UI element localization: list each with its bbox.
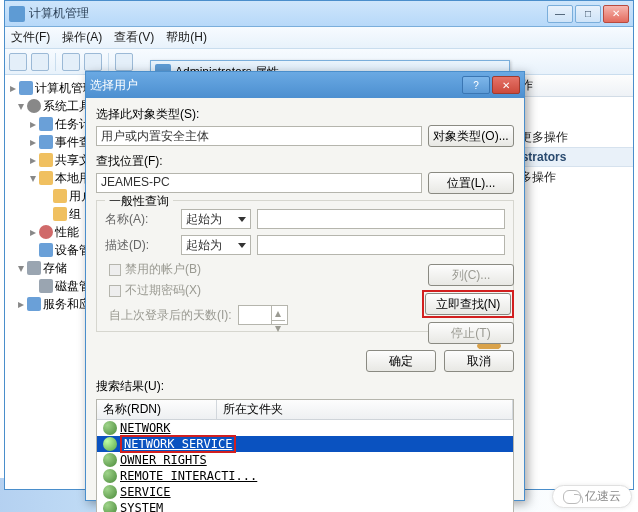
forward-icon[interactable] [31,53,49,71]
location-button[interactable]: 位置(L)... [428,172,514,194]
tree-groups[interactable]: 组 [69,206,81,223]
main-menubar[interactable]: 文件(F) 操作(A) 查看(V) 帮助(H) [5,27,633,49]
col-folder[interactable]: 所在文件夹 [217,400,513,419]
select-users-dialog: 选择用户 ? ✕ 选择此对象类型(S): 用户或内置安全主体 对象类型(O)..… [85,71,525,501]
cancel-button[interactable]: 取消 [444,350,514,372]
object-type-label: 选择此对象类型(S): [96,106,514,123]
help-icon[interactable] [115,53,133,71]
days-spinner: ▴▾ [238,305,288,325]
user-icon [103,421,117,435]
object-types-button[interactable]: 对象类型(O)... [428,125,514,147]
result-row[interactable]: OWNER RIGHTS [97,452,513,468]
app-icon [9,6,25,22]
watermark: 亿速云 [552,485,632,508]
maximize-button[interactable]: □ [575,5,601,23]
refresh-icon[interactable] [84,53,102,71]
common-queries-legend: 一般性查询 [105,193,173,210]
tree-storage[interactable]: 存储 [43,260,67,277]
search-results-list[interactable]: 名称(RDN) 所在文件夹 NETWORK NETWORK SERVICE OW… [96,399,514,512]
object-type-field: 用户或内置安全主体 [96,126,422,146]
user-icon [103,485,117,499]
days-since-logon-label: 自上次登录后的天数(I): [109,307,232,324]
find-now-button[interactable]: 立即查找(N) [425,293,511,315]
menu-action[interactable]: 操作(A) [62,29,102,46]
highlight-findnow: 立即查找(N) [422,290,514,318]
col-rdn[interactable]: 名称(RDN) [97,400,217,419]
main-title: 计算机管理 [29,5,89,22]
name-input[interactable] [257,209,505,229]
result-row[interactable]: SERVICE [97,484,513,500]
dialog-help-button[interactable]: ? [462,76,490,94]
ok-button[interactable]: 确定 [366,350,436,372]
location-field: JEAMES-PC [96,173,422,193]
result-row[interactable]: SYSTEM [97,500,513,512]
main-titlebar[interactable]: 计算机管理 — □ ✕ [5,1,633,27]
folder-icon[interactable] [62,53,80,71]
menu-help[interactable]: 帮助(H) [166,29,207,46]
menu-view[interactable]: 查看(V) [114,29,154,46]
search-results-label: 搜索结果(U): [86,376,524,397]
name-match-combo[interactable]: 起始为 [181,209,251,229]
back-icon[interactable] [9,53,27,71]
stop-button: 停止(T) [428,322,514,344]
select-users-titlebar[interactable]: 选择用户 ? ✕ [86,72,524,98]
dialog-close-button[interactable]: ✕ [492,76,520,94]
results-header[interactable]: 名称(RDN) 所在文件夹 [97,400,513,420]
result-row-selected[interactable]: NETWORK SERVICE [97,436,513,452]
tree-perf[interactable]: 性能 [55,224,79,241]
select-users-title: 选择用户 [90,77,138,94]
result-row[interactable]: NETWORK [97,420,513,436]
nonexpiring-pw-checkbox [109,285,121,297]
result-row[interactable]: REMOTE INTERACTI... [97,468,513,484]
user-icon [103,453,117,467]
tree-systools[interactable]: 系统工具 [43,98,91,115]
user-icon [103,469,117,483]
user-icon [103,501,117,512]
columns-button: 列(C)... [428,264,514,286]
desc-match-combo[interactable]: 起始为 [181,235,251,255]
desc-field-label: 描述(D): [105,237,175,254]
cloud-icon [563,490,581,504]
location-label: 查找位置(F): [96,153,514,170]
name-field-label: 名称(A): [105,211,175,228]
chevron-down-icon [238,243,246,248]
desc-input[interactable] [257,235,505,255]
chevron-down-icon [238,217,246,222]
close-button[interactable]: ✕ [603,5,629,23]
minimize-button[interactable]: — [547,5,573,23]
user-icon [103,437,117,451]
menu-file[interactable]: 文件(F) [11,29,50,46]
disabled-accounts-checkbox [109,264,121,276]
